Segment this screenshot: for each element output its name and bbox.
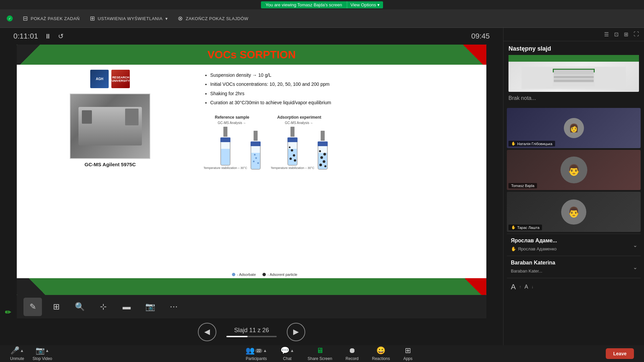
view-layout-grid2[interactable]: ⊡	[612, 31, 620, 38]
view-layout-full[interactable]: ⛶	[632, 31, 641, 38]
adsorption-section: Adsorption experiment GC-MS Analysis ←	[271, 115, 328, 170]
end-slideshow-icon: ⊗	[178, 15, 183, 22]
next-slide-preview	[508, 55, 639, 92]
participant-sub-baraban: Baraban Kater...	[507, 268, 641, 276]
agh-logo: AGH	[90, 70, 109, 88]
legend-adsorbent: - Adsorent particle	[263, 273, 298, 277]
display-settings-label: USTAWIENIA WYŚWIETLANIA	[98, 16, 163, 21]
raise-hand-icon-taras: ✋	[511, 225, 516, 230]
font-increase-button[interactable]: A	[511, 283, 516, 291]
legend-adsorbate: - Adsorbate	[232, 273, 256, 277]
share-screen-button[interactable]: 🖥 Share Screen	[308, 346, 332, 361]
timer-row: 0:11:01 ⏸ ↺ 09:45	[0, 28, 503, 45]
view-options-button[interactable]: View Options ▾	[347, 1, 383, 8]
previous-slide-button[interactable]: ◀	[198, 323, 216, 341]
pencil-indicator[interactable]: ✏	[5, 308, 11, 317]
record-button[interactable]: ⏺ Record	[345, 346, 359, 361]
slide-content: VOCs SORPTION AGH RESEARCH UNIVERSITY	[17, 45, 486, 295]
vial-4	[318, 131, 328, 170]
bullet-item-1: Suspension density → 10 g/L	[210, 71, 480, 79]
participants-icon: 👥	[246, 346, 255, 355]
participant-video-natalia: 👩 ✋ Наталія Глібовицька	[507, 108, 641, 148]
participant-name-tomasz: Tomasz Bajda	[508, 183, 537, 188]
show-taskbar-label: POKAŻ PASEK ZADAŃ	[31, 16, 80, 21]
reactions-button[interactable]: 😀 Reactions	[372, 346, 390, 361]
display-settings-item[interactable]: ⊞ USTAWIENIA WYŚWIETLANIA ▾	[90, 15, 168, 22]
slide-counter: Slajd 11 z 26	[234, 327, 269, 334]
record-label: Record	[345, 356, 359, 361]
share-screen-icon: 🖥	[316, 346, 324, 355]
stop-video-caret: ▲	[45, 348, 49, 353]
view-layout-grid4[interactable]: ⊞	[622, 31, 630, 38]
reference-sample-section: Reference sample GC-MS Analysis ← Temper…	[204, 115, 261, 170]
apps-button[interactable]: ⊞ Apps	[403, 346, 412, 361]
slide-right-column: Suspension density → 10 g/L Initial VOCs…	[204, 70, 480, 273]
end-slideshow-item[interactable]: ⊗ ZAKOŃCZ POKAZ SLAJDÓW	[178, 15, 248, 22]
record-icon: ⏺	[348, 346, 356, 355]
timer-controls: 0:11:01 ⏸ ↺	[13, 32, 64, 41]
dropdown-icon: ▾	[165, 16, 168, 21]
participants-list: 👩 ✋ Наталія Глібовицька 👨 Tomasz Bajda 👨…	[503, 108, 644, 294]
font-size-controls: A ↑ A ↓	[507, 280, 641, 294]
participants-button[interactable]: 👥 22 ▲ Participants	[246, 346, 267, 361]
search-tool-button[interactable]: 🔍	[70, 298, 89, 316]
slide-counter-area: Slajd 11 z 26	[226, 327, 277, 337]
taskbar-icon: ⊟	[23, 15, 28, 22]
participants-count: 22	[255, 349, 262, 353]
participant-video-taras: 👨 ✋ Тарас Лашта	[507, 192, 641, 232]
unmute-label: Unmute	[10, 356, 24, 361]
right-panel: ☰ ⊡ ⊞ ⛶ Następny slajd Brak nota... 👩	[503, 28, 644, 345]
chat-button[interactable]: 💬 ▲ Chat	[280, 346, 294, 361]
pen-tool-button[interactable]: ✎	[23, 298, 42, 316]
top-notification-bar: You are viewing Tomasz Bajda's screen Vi…	[0, 0, 644, 9]
vial-1: Temperature stabilization – 30°C	[204, 127, 247, 170]
chat-label: Chat	[283, 356, 291, 361]
participants-label: Participants	[246, 356, 267, 361]
leave-button[interactable]: Leave	[606, 348, 634, 359]
legend-row: - Adsorbate - Adsorent particle	[232, 273, 298, 277]
reactions-label: Reactions	[372, 356, 390, 361]
camera-tool-button[interactable]: 📷	[141, 298, 159, 316]
university-logo: RESEARCH UNIVERSITY	[111, 70, 130, 88]
expand-baraban-button[interactable]: ⌄	[633, 264, 637, 270]
font-decrease-button[interactable]: A	[525, 284, 528, 290]
next-slide-button[interactable]: ▶	[287, 323, 305, 341]
grid-tool-button[interactable]: ⊞	[47, 298, 65, 316]
next-slide-label: Następny slajd	[503, 41, 644, 55]
reference-vials: Temperature stabilization – 30°C	[204, 127, 261, 170]
expand-yaroslav-button[interactable]: ⌄	[633, 242, 637, 248]
raise-hand-icon-natalia: ✋	[511, 141, 516, 146]
text-tool-button[interactable]: ▬	[117, 298, 136, 316]
vial-2	[251, 131, 261, 170]
reactions-icon: 😀	[376, 346, 385, 355]
unmute-button[interactable]: 🎤 ▲ Unmute	[10, 346, 24, 361]
stop-video-label: Stop Video	[33, 356, 52, 361]
slide-progress-bar	[226, 336, 277, 337]
view-layout-controls: ☰ ⊡ ⊞ ⛶	[503, 28, 644, 41]
gcms-arrow-1: GC-MS Analysis ←	[218, 121, 247, 125]
more-tool-button[interactable]: ⋯	[164, 298, 183, 316]
bottom-bar: 🎤 ▲ Unmute 📷 ▲ Stop Video 👥 22 ▲ Partici…	[0, 345, 644, 362]
participant-yaroslav-group: Ярослав Адаме... ✋ Ярослав Адаменко ⌄	[507, 236, 641, 254]
slide-display: VOCs SORPTION AGH RESEARCH UNIVERSITY	[17, 45, 486, 295]
show-taskbar-item[interactable]: ⊟ POKAŻ PASEK ZADAŃ	[23, 15, 80, 22]
view-layout-list[interactable]: ☰	[602, 31, 610, 38]
diagram-area: Reference sample GC-MS Analysis ← Temper…	[204, 115, 480, 170]
pause-button[interactable]: ⏸	[45, 33, 51, 40]
unmute-caret: ▲	[20, 348, 24, 353]
adsorption-label: Adsorption experiment	[277, 115, 321, 120]
elapsed-time: 0:11:01	[13, 32, 38, 41]
green-status-dot: ✓	[7, 15, 13, 21]
end-slideshow-label: ZAKOŃCZ POKAZ SLAJDÓW	[186, 16, 249, 21]
footer-accent-left	[17, 278, 57, 295]
bullet-item-2: Initial VOCs concentrations: 10, 20, 50,…	[210, 80, 480, 88]
reset-button[interactable]: ↺	[58, 32, 64, 40]
reference-label: Reference sample	[215, 115, 250, 120]
bullet-list: Suspension density → 10 g/L Initial VOCs…	[204, 71, 480, 108]
slideshow-toolbar: ✓ ⊟ POKAŻ PASEK ZADAŃ ⊞ USTAWIENIA WYŚWI…	[0, 9, 644, 28]
participant-name-taras: ✋ Тарас Лашта	[508, 225, 542, 230]
header-accent-left	[17, 45, 44, 65]
stop-video-button[interactable]: 📷 ▲ Stop Video	[33, 346, 52, 361]
instrument-photo	[70, 94, 150, 158]
pointer-tool-button[interactable]: ⊹	[94, 298, 112, 316]
